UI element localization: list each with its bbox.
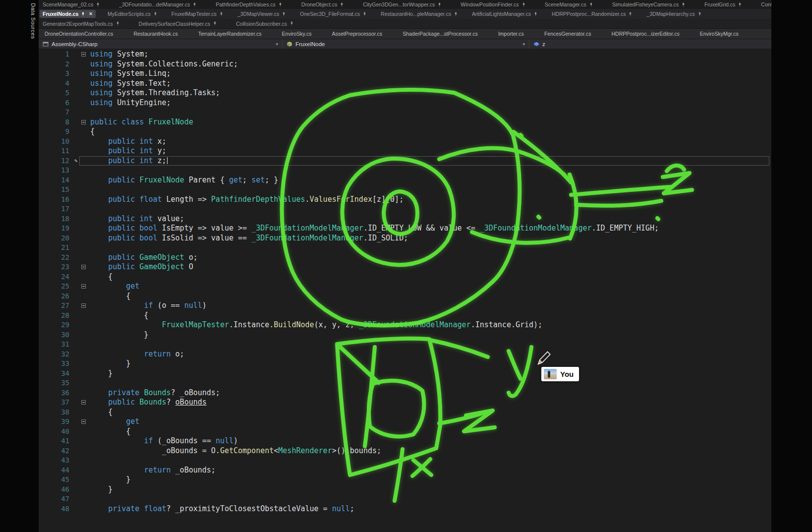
line-number[interactable]: 3 (39, 69, 72, 79)
chevron-down-icon[interactable]: ▾ (522, 42, 525, 47)
editor-tab[interactable]: RestaurantHook.cs (131, 30, 179, 38)
code-line[interactable]: 37 public Bounds? oBounds (39, 398, 771, 408)
code-line[interactable]: 17 (39, 204, 771, 214)
code-line[interactable]: 19 public bool IsEmpty => value >= _3DFo… (39, 224, 771, 234)
code-line[interactable]: 12✎ public int z; (39, 156, 771, 166)
pin-icon[interactable] (153, 12, 158, 16)
pin-icon[interactable] (533, 12, 538, 16)
line-number[interactable]: 5 (39, 88, 72, 98)
code-line[interactable]: 48 private float? _proximityToClosestObs… (39, 504, 771, 514)
line-number[interactable]: 40 (39, 427, 72, 437)
line-number[interactable]: 47 (39, 494, 72, 504)
code-line[interactable]: 43 (39, 456, 771, 466)
code-line[interactable]: 16 public float Length => PathfinderDept… (39, 195, 771, 205)
editor-tab[interactable]: PathfinderDepthValues.cs (214, 0, 285, 8)
code-line[interactable]: 29 FruxelMapTester.Instance.BuildNode(x,… (39, 320, 771, 330)
code-line[interactable]: 36 private Bounds? _oBounds; (39, 388, 771, 398)
pin-icon[interactable] (192, 2, 197, 7)
line-number[interactable]: 6 (39, 98, 72, 108)
editor-tab[interactable]: CollisionSubscriber.cs (234, 20, 296, 28)
editor-tab[interactable]: Generator2ExportMapTools.cs (41, 20, 122, 28)
line-number[interactable]: 9 (39, 127, 72, 137)
editor-tab[interactable]: FruxelNode.cs✕ (40, 10, 96, 18)
editor-tab[interactable]: TerrainLayerRandomizer.cs (196, 30, 264, 38)
pin-icon[interactable] (628, 12, 633, 16)
line-number[interactable]: 15 (39, 185, 72, 195)
code-line[interactable]: 3using System.Linq; (39, 69, 771, 79)
line-number[interactable]: 48 (39, 504, 72, 514)
pin-icon[interactable] (454, 12, 458, 16)
class-dropdown[interactable]: FruxelNode ▾ (283, 39, 529, 49)
code-line[interactable]: 24 { (39, 272, 771, 282)
pin-icon[interactable] (282, 12, 286, 16)
line-number[interactable]: 24 (39, 272, 72, 282)
line-number[interactable]: 7 (39, 108, 72, 118)
editor-tab[interactable]: _3DFoundatio...delManager.cs (117, 0, 199, 8)
line-number[interactable]: 36 (39, 388, 72, 398)
code-line[interactable]: 7 (39, 108, 771, 118)
fold-collapse-icon[interactable] (81, 284, 86, 289)
member-dropdown[interactable]: z (529, 39, 771, 49)
pin-icon[interactable] (437, 2, 442, 7)
line-number[interactable]: 43 (39, 456, 72, 466)
line-number[interactable]: 8 (39, 118, 72, 127)
line-number[interactable]: 23 (39, 262, 72, 272)
line-number[interactable]: 37 (39, 398, 72, 408)
line-number[interactable]: 44 (39, 466, 72, 475)
line-number[interactable]: 21 (39, 243, 72, 253)
line-number[interactable]: 4 (39, 79, 72, 89)
code-line[interactable]: 45 } (39, 475, 771, 485)
code-line[interactable]: 2using System.Collections.Generic; (39, 59, 771, 69)
code-line[interactable]: 32 return o; (39, 350, 771, 359)
editor-tab[interactable]: HDRPPostproc...Randomizer.cs (550, 10, 635, 18)
editor-tab[interactable]: Importer.cs (496, 30, 526, 38)
code-line[interactable]: 1using System; (39, 50, 771, 59)
code-line[interactable]: 14 public FruxelNode Parent { get; set; … (39, 176, 771, 185)
line-number[interactable]: 30 (39, 330, 72, 340)
code-line[interactable]: 38 { (39, 408, 771, 417)
pin-icon[interactable] (681, 2, 686, 7)
editor-tab[interactable]: HDRPPostproc...izerEditor.cs (610, 30, 682, 38)
code-line[interactable]: 21 (39, 243, 771, 253)
code-line[interactable]: 42 _oBounds = O.GetComponent<MeshRendere… (39, 446, 771, 456)
fold-collapse-icon[interactable] (81, 120, 86, 124)
pin-icon[interactable] (278, 2, 283, 7)
code-editor[interactable]: 1using System;2using System.Collections.… (39, 49, 771, 532)
pin-icon[interactable] (96, 2, 100, 7)
code-line[interactable]: 20 public bool IsSolid => value == _3DFo… (39, 234, 771, 243)
editor-tab[interactable]: Config.cs (759, 0, 771, 8)
editor-tab[interactable]: EnviroSky.cs (280, 30, 314, 38)
line-number[interactable]: 34 (39, 369, 72, 379)
line-number[interactable]: 29 (39, 320, 72, 330)
editor-tab[interactable]: AssetPreprocessor.cs (330, 30, 385, 38)
editor-tab[interactable]: DeliverySurfaceClassHelper.cs (137, 20, 219, 28)
code-line[interactable]: 31 (39, 340, 771, 350)
code-line[interactable]: 10 public int x; (39, 137, 771, 147)
code-line[interactable]: 40 { (39, 427, 771, 437)
pin-icon[interactable] (81, 12, 85, 16)
editor-tab[interactable]: RestaurantHo...pleManager.cs (379, 10, 460, 18)
editor-tab[interactable]: _3DMapHierarchy.cs (644, 10, 703, 18)
code-line[interactable]: 9{ (39, 127, 771, 137)
code-line[interactable]: 26 { (39, 292, 771, 301)
line-number[interactable]: 45 (39, 475, 72, 485)
editor-tab[interactable]: FencesGenerator.cs (542, 30, 593, 38)
line-number[interactable]: 18 (39, 214, 72, 224)
line-number[interactable]: 46 (39, 485, 72, 495)
code-line[interactable]: 27 if (o == null) (39, 301, 771, 311)
line-number[interactable]: 14 (39, 176, 72, 185)
line-number[interactable]: 41 (39, 436, 72, 446)
editor-tab[interactable]: CityGen3DGen...torWrapper.cs (361, 0, 444, 8)
data-sources-tab[interactable]: Data Sources (30, 3, 36, 39)
line-number[interactable]: 12 (39, 156, 72, 166)
fold-collapse-icon[interactable] (81, 265, 86, 269)
code-line[interactable]: 8public class FruxelNode (39, 118, 771, 127)
pin-icon[interactable] (219, 12, 224, 16)
code-line[interactable]: 35 (39, 378, 771, 388)
editor-tab[interactable]: EnviroSkyMgr.cs (698, 30, 741, 38)
line-number[interactable]: 35 (39, 378, 72, 388)
editor-tab[interactable]: FruxelMapTester.cs (170, 10, 226, 18)
line-number[interactable]: 1 (39, 50, 72, 59)
line-number[interactable]: 38 (39, 408, 72, 417)
editor-tab[interactable]: DroneObject.cs (299, 0, 346, 8)
